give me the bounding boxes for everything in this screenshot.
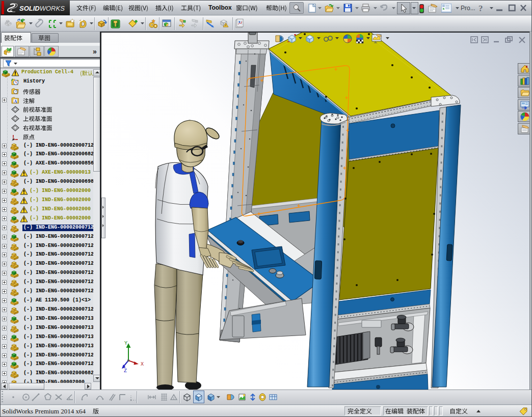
svg-text:?: ? [478, 4, 483, 13]
svg-text:SOLIDWORKS: SOLIDWORKS [19, 5, 65, 12]
svg-text:Z: Z [124, 368, 127, 374]
svg-text:Y: Y [124, 341, 127, 346]
svg-text:X: X [141, 362, 144, 367]
